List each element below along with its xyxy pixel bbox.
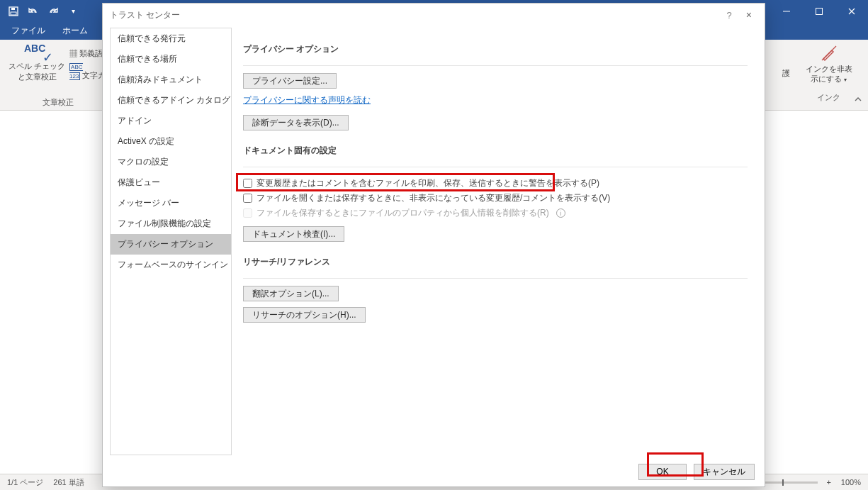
privacy-statement-link[interactable]: プライバシーに関する声明を読む [243, 94, 371, 106]
trust-center-content: プライバシー オプション プライバシー設定... プライバシーに関する声明を読む… [236, 26, 765, 457]
zoom-percent[interactable]: 100% [841, 478, 861, 486]
chk-warn-print-row[interactable]: 変更履歴またはコメントを含むファイルを印刷、保存、送信するときに警告を表示する(… [243, 177, 748, 189]
chk-remove-personal-row: ファイルを保存するときにファイルのプロパティから個人情報を削除する(R) i [243, 207, 748, 219]
section-privacy-options-title: プライバシー オプション [243, 43, 748, 55]
svg-rect-4 [816, 8, 823, 14]
nav-trusted-addin-catalogs[interactable]: 信頼できるアドイン カタログ [111, 90, 231, 111]
cancel-button[interactable]: キャンセル [694, 464, 755, 480]
window-controls [770, 1, 868, 22]
svg-rect-1 [11, 12, 16, 15]
dialog-footer: OK キャンセル [103, 457, 765, 486]
ribbon-group-label: 文章校正 [9, 97, 108, 108]
wordcount-icon: ABC123 [69, 63, 82, 80]
trust-center-dialog: トラスト センター ? × 信頼できる発行元 信頼できる場所 信頼済みドキュメン… [102, 3, 765, 487]
undo-icon[interactable] [24, 3, 43, 20]
diagnostic-data-button[interactable]: 診断データを表示(D)... [243, 115, 349, 130]
quick-access-toolbar: ▾ [0, 3, 86, 20]
nav-privacy-options[interactable]: プライバシー オプション [111, 234, 231, 255]
chk-show-hidden-row[interactable]: ファイルを開くまたは保存するときに、非表示になっている変更履歴/コメントを表示す… [243, 192, 748, 204]
dialog-titlebar: トラスト センター ? × [103, 4, 765, 26]
maximize-icon[interactable] [803, 1, 835, 22]
minimize-icon[interactable] [770, 1, 803, 22]
nav-trusted-locations[interactable]: 信頼できる場所 [111, 49, 231, 69]
pen-icon[interactable] [802, 44, 855, 62]
translate-options-button[interactable]: 翻訳オプション(L)... [243, 286, 339, 301]
checkmark-icon: ✓ [30, 54, 65, 61]
ribbon-group-ink: インクを非表 示にする ▾ インク [802, 44, 855, 103]
tab-file[interactable]: ファイル [3, 22, 54, 40]
trust-center-nav: 信頼できる発行元 信頼できる場所 信頼済みドキュメント 信頼できるアドイン カタ… [110, 28, 232, 455]
tab-home[interactable]: ホーム [54, 22, 96, 40]
spellcheck-button[interactable]: ABC ✓ スペル チェック と文章校正 [9, 43, 65, 82]
dialog-title: トラスト センター [110, 9, 180, 21]
svg-line-5 [822, 46, 836, 60]
chk-warn-print[interactable] [243, 179, 252, 188]
nav-protected-view[interactable]: 保護ビュー [111, 172, 231, 193]
nav-addins[interactable]: アドイン [111, 111, 231, 131]
nav-trusted-publishers[interactable]: 信頼できる発行元 [111, 28, 231, 49]
info-icon[interactable]: i [556, 208, 565, 218]
svg-rect-2 [11, 8, 15, 10]
section-research-title: リサーチ/リファレンス [243, 256, 748, 268]
ok-button[interactable]: OK [638, 464, 687, 480]
nav-activex[interactable]: ActiveX の設定 [111, 131, 231, 152]
book-icon: ▦ [69, 49, 77, 57]
zoom-in-icon[interactable]: + [823, 478, 833, 486]
save-icon[interactable] [4, 3, 23, 20]
nav-message-bar[interactable]: メッセージ バー [111, 193, 231, 213]
research-options-button[interactable]: リサーチのオプション(H)... [243, 307, 366, 323]
nav-trusted-documents[interactable]: 信頼済みドキュメント [111, 69, 231, 90]
ribbon-group-proofing: ABC ✓ スペル チェック と文章校正 ▦ 類義語 ABC123 文字カ [9, 43, 108, 108]
qat-dropdown-icon[interactable]: ▾ [64, 3, 82, 20]
status-page[interactable]: 1/1 ページ [7, 477, 43, 488]
close-icon[interactable]: × [740, 8, 757, 22]
nav-macro-settings[interactable]: マクロの設定 [111, 152, 231, 172]
wordcount-button[interactable]: ABC123 文字カ [69, 62, 106, 81]
ribbon-protect-label: 護 [782, 68, 790, 79]
document-inspect-button[interactable]: ドキュメント検査(I)... [243, 226, 344, 242]
chk-remove-personal [243, 208, 252, 218]
section-document-specific-title: ドキュメント固有の設定 [243, 145, 748, 157]
close-icon[interactable] [835, 1, 868, 22]
nav-form-signin[interactable]: フォームベースのサインイン [111, 255, 231, 275]
thesaurus-button[interactable]: ▦ 類義語 [69, 48, 106, 59]
nav-file-block[interactable]: ファイル制限機能の設定 [111, 213, 231, 234]
redo-icon[interactable] [44, 3, 62, 20]
privacy-settings-button[interactable]: プライバシー設定... [243, 73, 337, 89]
status-words[interactable]: 261 単語 [53, 477, 84, 488]
help-icon[interactable]: ? [727, 10, 732, 21]
collapse-ribbon-icon[interactable] [851, 93, 865, 107]
chk-show-hidden[interactable] [243, 194, 252, 203]
